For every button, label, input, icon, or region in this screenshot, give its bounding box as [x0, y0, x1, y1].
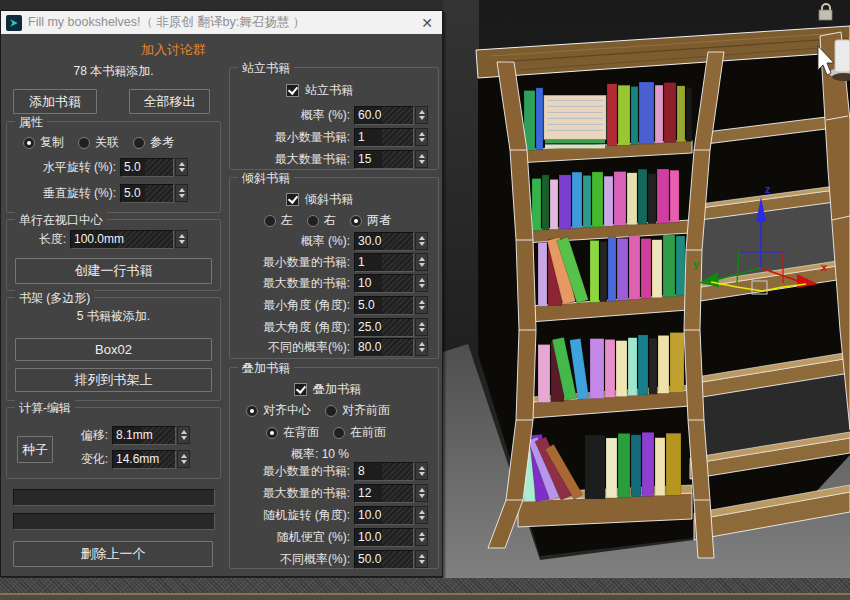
dialog-titlebar[interactable]: Fill my bookshelves!（ 非原创 翻译by:舞召扬慧 ） ✕ [1, 11, 442, 34]
radio-instance[interactable]: 关联 [78, 134, 119, 151]
random-rotation-spinner[interactable] [415, 506, 428, 524]
horizontal-rotation-spinner[interactable] [175, 158, 188, 176]
radio-align-center[interactable]: 对齐中心 [246, 402, 311, 419]
radio-dot [333, 427, 345, 439]
checkbox-box [286, 193, 299, 206]
stacked-diff-probability-spinner[interactable] [415, 550, 428, 568]
length-spinner[interactable] [175, 230, 188, 248]
radio-dot [23, 137, 35, 149]
align-radios: 对齐中心 对齐前面 [246, 402, 404, 419]
radio-at-front[interactable]: 在前面 [333, 424, 386, 441]
max-angle-spinner[interactable] [415, 318, 428, 336]
leaning-min-books-row: 最小数量的书籍: 1 [236, 253, 432, 271]
viewport-3d[interactable]: zyx [443, 0, 850, 600]
stacked-min-books-spinner[interactable] [415, 462, 428, 480]
radio-at-back[interactable]: 在背面 [266, 424, 319, 441]
max-angle-label: 最大角度 (角度): [263, 319, 350, 336]
horizontal-rotation-field[interactable]: 5.0 [120, 158, 174, 177]
radio-label: 对齐中心 [263, 402, 311, 419]
dialog-body: 加入讨论群 78 本书籍添加. 添加书籍 全部移出 属性 复制 关联 参考 水平… [1, 34, 442, 576]
radio-reference[interactable]: 参考 [133, 134, 174, 151]
offset-field[interactable]: 8.1mm [112, 426, 176, 445]
horizontal-rotation-label: 水平旋转 (%): [43, 159, 116, 176]
radio-right[interactable]: 右 [307, 212, 336, 229]
leaning-max-books-field[interactable]: 10 [354, 274, 414, 293]
random-offset-field[interactable]: 10.0 [354, 528, 414, 547]
stacked-max-books-spinner[interactable] [415, 484, 428, 502]
length-field[interactable]: 100.0mm [70, 230, 174, 249]
variation-field[interactable]: 14.6mm [112, 450, 176, 469]
standing-max-books-field[interactable]: 15 [354, 150, 414, 169]
radio-both[interactable]: 两者 [350, 212, 391, 229]
max-angle-field[interactable]: 25.0 [354, 318, 414, 337]
stacked-probability-text: 概率: 10 % [230, 446, 410, 463]
random-rotation-row: 随机旋转 (角度): 10.0 [236, 506, 432, 524]
vertical-rotation-spinner[interactable] [175, 184, 188, 202]
statusbar-strip [0, 595, 850, 600]
radio-label: 两者 [367, 212, 391, 229]
probability-label: 概率 (%): [301, 233, 350, 250]
random-offset-spinner[interactable] [415, 528, 428, 546]
dialog-title: Fill my bookshelves!（ 非原创 翻译by:舞召扬慧 ） [28, 14, 305, 31]
min-books-label: 最小数量的书籍: [263, 254, 350, 271]
radio-align-front[interactable]: 对齐前面 [325, 402, 390, 419]
variation-spinner[interactable] [177, 450, 190, 468]
diff-probability-label: 不同的概率(%): [268, 339, 350, 356]
random-offset-row: 随机便宜 (%): 10.0 [236, 528, 432, 546]
radio-copy[interactable]: 复制 [23, 134, 64, 151]
min-angle-field[interactable]: 5.0 [354, 296, 414, 315]
stacked-group-title: 叠加书籍 [238, 360, 294, 377]
offset-row: 偏移: 8.1mm [13, 426, 214, 444]
max-books-label: 最大数量书籍: [275, 151, 350, 168]
offset-label: 偏移: [81, 427, 108, 444]
delete-last-button[interactable]: 删除上一个 [13, 541, 213, 567]
join-group-link[interactable]: 加入讨论群 [1, 41, 346, 59]
remove-all-button[interactable]: 全部移出 [129, 89, 210, 114]
stacked-min-books-field[interactable]: 8 [354, 462, 414, 481]
standing-min-books-spinner[interactable] [415, 128, 428, 146]
create-row-button[interactable]: 创建一行书籍 [15, 258, 212, 284]
leaning-books-checkbox[interactable]: 倾斜书籍 [286, 191, 353, 208]
svg-text:z: z [765, 183, 771, 195]
offset-spinner[interactable] [177, 426, 190, 444]
standing-probability-spinner[interactable] [415, 106, 428, 124]
leaning-diff-probability-spinner[interactable] [415, 338, 428, 356]
standing-probability-field[interactable]: 60.0 [354, 106, 414, 125]
single-row-group-title: 单行在视口中心 [15, 212, 107, 229]
stacked-max-books-field[interactable]: 12 [354, 484, 414, 503]
shelf-object-button[interactable]: Box02 [15, 338, 212, 361]
radio-dot [325, 405, 337, 417]
svg-text:y: y [693, 258, 700, 270]
standing-max-books-spinner[interactable] [415, 150, 428, 168]
standing-group-title: 站立书籍 [238, 60, 294, 77]
vertical-rotation-row: 垂直旋转 (%): 5.0 [13, 184, 214, 202]
single-row-group: 单行在视口中心 长度: 100.0mm 创建一行书籍 [6, 219, 221, 291]
variation-row: 变化: 14.6mm [13, 450, 214, 468]
standing-max-books-row: 最大数量书籍: 15 [236, 150, 432, 168]
radio-label: 关联 [95, 134, 119, 151]
min-angle-spinner[interactable] [415, 296, 428, 314]
side-radios: 在背面 在前面 [266, 424, 400, 441]
min-angle-row: 最小角度 (角度): 5.0 [236, 296, 432, 314]
arrange-on-shelf-button[interactable]: 排列到书架上 [15, 368, 212, 392]
radio-left[interactable]: 左 [264, 212, 293, 229]
max-books-label: 最大数量的书籍: [263, 485, 350, 502]
max-books-label: 最大数量的书籍: [263, 275, 350, 292]
random-rotation-field[interactable]: 10.0 [354, 506, 414, 525]
random-offset-label: 随机便宜 (%): [277, 529, 350, 546]
standing-books-checkbox[interactable]: 站立书籍 [286, 82, 353, 99]
app-background-strip [0, 0, 443, 10]
leaning-max-books-spinner[interactable] [415, 274, 428, 292]
close-button[interactable]: ✕ [417, 13, 437, 33]
leaning-diff-probability-field[interactable]: 80.0 [354, 338, 414, 357]
standing-min-books-field[interactable]: 1 [354, 128, 414, 147]
add-books-button[interactable]: 添加书籍 [13, 89, 97, 114]
leaning-min-books-field[interactable]: 1 [354, 253, 414, 272]
vertical-rotation-field[interactable]: 5.0 [120, 184, 174, 203]
stacked-books-checkbox[interactable]: 叠加书籍 [294, 381, 361, 398]
leaning-probability-field[interactable]: 30.0 [354, 232, 414, 251]
stacked-diff-probability-field[interactable]: 50.0 [354, 550, 414, 569]
leaning-min-books-spinner[interactable] [415, 253, 428, 271]
leaning-probability-spinner[interactable] [415, 232, 428, 250]
stacked-min-books-row: 最小数量的书籍: 8 [236, 462, 432, 480]
